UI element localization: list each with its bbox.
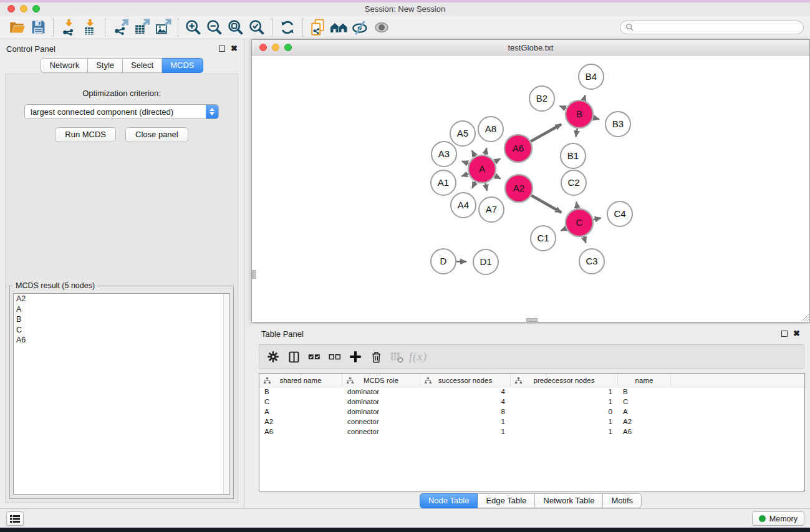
export-network-icon[interactable] <box>110 17 131 37</box>
node-A1[interactable]: A1 <box>431 170 456 195</box>
cell-successor-nodes[interactable]: 1 <box>420 417 511 427</box>
edge-A-A3[interactable] <box>462 161 469 163</box>
column-header-name[interactable]: name <box>618 374 671 387</box>
node-B3[interactable]: B3 <box>605 112 630 137</box>
node-A8[interactable]: A8 <box>478 117 503 142</box>
zoom-fit-icon[interactable] <box>225 17 246 37</box>
mcds-result-list[interactable]: A2ABCA6 <box>13 293 230 495</box>
network-canvas[interactable]: B4B2BB3A5A8A6B1A3AA1C2A2A4A7C4CC1C3DD1 <box>252 56 809 322</box>
hide-graphics-details-icon[interactable] <box>350 17 371 37</box>
table-row[interactable]: Adominator80A <box>259 407 804 417</box>
cell-MCDS-role[interactable]: connector <box>342 427 420 437</box>
memory-button[interactable]: Memory <box>752 511 804 526</box>
close-panel-button[interactable]: Close panel <box>125 127 188 142</box>
network-close-button[interactable] <box>259 44 267 51</box>
table-row[interactable]: Bdominator41B <box>259 387 804 397</box>
apply-layout-icon[interactable] <box>277 17 298 37</box>
optimization-criterion-dropdown[interactable]: largest connected component (directed) <box>24 104 219 119</box>
cell-shared-name[interactable]: B <box>259 387 342 397</box>
result-item-b[interactable]: B <box>14 314 229 325</box>
search-box[interactable] <box>620 21 804 34</box>
node-C2[interactable]: C2 <box>561 170 586 195</box>
close-window-button[interactable] <box>7 5 15 12</box>
close-table-panel-icon[interactable]: ✖ <box>793 331 800 337</box>
node-B[interactable]: B <box>566 100 593 128</box>
edge-A-A5[interactable] <box>472 150 475 157</box>
node-A5[interactable]: A5 <box>450 121 475 146</box>
zoom-out-icon[interactable] <box>204 17 225 37</box>
edge-C-C1[interactable] <box>561 228 566 231</box>
cell-name[interactable]: A2 <box>618 417 671 427</box>
cell-name[interactable]: B <box>618 387 671 397</box>
edge-C-C2[interactable] <box>576 202 577 209</box>
delete-columns-icon[interactable] <box>368 349 384 365</box>
cell-successor-nodes[interactable]: 4 <box>420 387 511 397</box>
deselect-all-checkboxes-icon[interactable] <box>327 349 343 365</box>
node-C4[interactable]: C4 <box>607 201 632 226</box>
search-input[interactable] <box>637 23 798 32</box>
cell-MCDS-role[interactable]: dominator <box>342 387 420 397</box>
edge-A-A2[interactable] <box>494 176 500 179</box>
edge-B-B2[interactable] <box>560 106 566 109</box>
edge-B-B4[interactable] <box>584 95 586 101</box>
node-C[interactable]: C <box>566 209 593 236</box>
maximize-window-button[interactable] <box>32 5 40 12</box>
cell-name[interactable]: C <box>618 397 671 407</box>
node-A4[interactable]: A4 <box>451 193 476 218</box>
cell-shared-name[interactable]: A6 <box>259 427 342 437</box>
import-network-icon[interactable] <box>58 17 79 37</box>
tab-mcds[interactable]: MCDS <box>162 58 203 73</box>
cell-predecessor-nodes[interactable]: 0 <box>511 407 618 417</box>
resize-grip[interactable] <box>800 312 809 321</box>
cell-predecessor-nodes[interactable]: 1 <box>511 427 618 437</box>
duplicate-network-icon[interactable] <box>307 17 329 37</box>
edge-C-C3[interactable] <box>584 236 586 243</box>
column-header-MCDS-role[interactable]: MCDS role <box>342 374 420 387</box>
horizontal-scroll-thumb[interactable] <box>526 318 538 322</box>
float-panel-icon[interactable] <box>219 46 225 52</box>
table-options-gear-icon[interactable] <box>265 349 281 365</box>
node-B4[interactable]: B4 <box>579 64 604 89</box>
result-item-c[interactable]: C <box>14 325 229 336</box>
result-item-a6[interactable]: A6 <box>14 335 229 346</box>
node-B1[interactable]: B1 <box>561 143 586 168</box>
network-maximize-button[interactable] <box>284 44 292 51</box>
network-minimize-button[interactable] <box>272 44 279 51</box>
table-row[interactable]: A2connector11A2 <box>259 417 804 427</box>
tab-network[interactable]: Network <box>41 58 88 73</box>
zoom-selected-icon[interactable] <box>246 17 268 37</box>
table-tab-edge-table[interactable]: Edge Table <box>478 493 535 508</box>
node-B2[interactable]: B2 <box>529 86 554 111</box>
result-item-a[interactable]: A <box>14 304 229 315</box>
node-D[interactable]: D <box>431 249 456 274</box>
cell-successor-nodes[interactable]: 8 <box>420 407 511 417</box>
node-A[interactable]: A <box>468 155 496 183</box>
table-row[interactable]: Cdominator41C <box>259 397 804 407</box>
show-home-networks-icon[interactable] <box>329 17 350 37</box>
show-column-icon[interactable] <box>286 349 302 365</box>
zoom-in-icon[interactable] <box>183 17 204 37</box>
cell-MCDS-role[interactable]: dominator <box>342 407 420 417</box>
node-table[interactable]: shared nameMCDS rolesuccessor nodesprede… <box>259 373 805 491</box>
cell-predecessor-nodes[interactable]: 1 <box>511 387 618 397</box>
vertical-scroll-thumb[interactable] <box>252 270 256 279</box>
show-graphics-details-icon[interactable] <box>371 17 392 37</box>
cell-successor-nodes[interactable]: 1 <box>420 427 511 437</box>
node-A7[interactable]: A7 <box>479 197 504 222</box>
close-panel-icon[interactable]: ✖ <box>231 46 238 52</box>
run-mcds-button[interactable]: Run MCDS <box>55 127 116 142</box>
result-item-a2[interactable]: A2 <box>14 294 229 304</box>
result-list-scrollbar[interactable] <box>223 294 229 494</box>
import-table-icon[interactable] <box>79 17 100 37</box>
edge-B-B3[interactable] <box>593 118 599 120</box>
tab-select[interactable]: Select <box>123 58 162 73</box>
node-A3[interactable]: A3 <box>432 142 456 167</box>
task-history-button[interactable] <box>6 511 24 526</box>
edge-B-B1[interactable] <box>576 128 577 137</box>
cell-shared-name[interactable]: A <box>259 407 342 417</box>
table-tab-node-table[interactable]: Node Table <box>420 493 478 508</box>
edge-A2-C[interactable] <box>531 195 561 212</box>
table-tab-network-table[interactable]: Network Table <box>535 493 603 508</box>
cell-shared-name[interactable]: C <box>259 397 342 407</box>
cell-predecessor-nodes[interactable]: 1 <box>511 417 618 427</box>
